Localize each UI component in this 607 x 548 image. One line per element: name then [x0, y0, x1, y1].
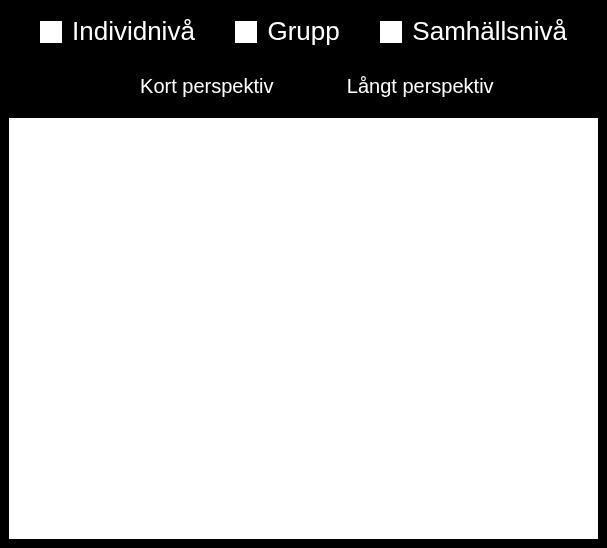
legend-item-individ: Individnivå — [40, 16, 195, 47]
legend-label: Individnivå — [72, 16, 195, 47]
legend-box-icon — [40, 21, 62, 43]
legend-item-grupp: Grupp — [235, 16, 339, 47]
legend-label: Grupp — [267, 16, 339, 47]
axis-row: Kort perspektiv Långt perspektiv — [0, 47, 607, 106]
legend-row: Individnivå Grupp Samhällsnivå — [0, 0, 607, 47]
legend-label: Samhällsnivå — [412, 16, 567, 47]
axis-label-long: Långt perspektiv — [314, 75, 568, 98]
legend-box-icon — [235, 21, 257, 43]
legend-item-samhalls: Samhällsnivå — [380, 16, 567, 47]
axis-label-short: Kort perspektiv — [40, 75, 314, 98]
diagram-canvas — [9, 118, 598, 539]
legend-box-icon — [380, 21, 402, 43]
